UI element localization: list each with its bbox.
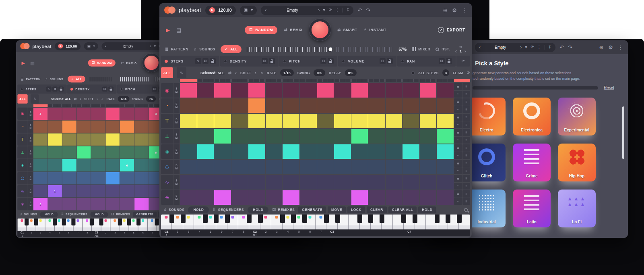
solo-button[interactable]: S xyxy=(173,133,180,136)
step-cell[interactable] xyxy=(180,129,197,144)
step-cell[interactable] xyxy=(48,159,62,171)
step-cell[interactable] xyxy=(300,190,317,205)
step-cell[interactable] xyxy=(62,172,76,184)
black-key[interactable] xyxy=(280,215,285,223)
step-cell[interactable] xyxy=(91,146,105,158)
step-cell[interactable] xyxy=(62,121,76,133)
step-cell[interactable] xyxy=(134,146,149,158)
clear-button[interactable]: CLEAR xyxy=(367,206,387,213)
black-key[interactable] xyxy=(457,215,462,223)
black-key[interactable] xyxy=(324,215,329,223)
step-cell[interactable] xyxy=(386,144,402,159)
play-icon[interactable] xyxy=(209,7,215,13)
step-cell[interactable] xyxy=(437,83,454,98)
step-cell[interactable] xyxy=(180,160,197,174)
step-cell[interactable] xyxy=(351,144,368,159)
mute-button[interactable]: M xyxy=(28,140,33,142)
step-cell[interactable] xyxy=(420,190,437,205)
step-cell[interactable] xyxy=(420,83,437,98)
step-cell[interactable] xyxy=(120,198,134,210)
bpm-value[interactable]: 120.00 xyxy=(66,44,77,48)
favorite-heart-icon[interactable]: ♥ xyxy=(323,8,326,12)
step-cell[interactable] xyxy=(437,144,454,159)
dice-icon[interactable]: ⚄ xyxy=(380,58,386,64)
lock-icon[interactable] xyxy=(58,87,64,92)
note-icon[interactable]: ♫ xyxy=(260,71,263,75)
step-cell[interactable] xyxy=(334,175,351,190)
step-cell[interactable] xyxy=(334,114,351,128)
drag-handle-icon[interactable]: ⠿ xyxy=(462,91,471,98)
preset-prev-button[interactable]: ‹ xyxy=(479,45,481,50)
mute-button[interactable]: M xyxy=(173,167,180,170)
step-cell[interactable] xyxy=(386,175,402,190)
step-cell[interactable] xyxy=(33,121,47,133)
remix-button[interactable]: ⇄ REMIX xyxy=(284,28,303,32)
timeline-cell[interactable] xyxy=(214,79,231,82)
lock-icon[interactable] xyxy=(269,58,275,64)
save-icon[interactable]: ↧ xyxy=(346,8,349,12)
step-cell[interactable] xyxy=(266,144,283,159)
slider-handle[interactable] xyxy=(328,48,332,51)
step-cell[interactable] xyxy=(231,114,248,128)
instant-button[interactable]: ⚡ INSTANT xyxy=(364,28,386,32)
timeline-cell[interactable] xyxy=(77,104,91,107)
record-dot[interactable] xyxy=(21,88,23,91)
settings-gear-icon[interactable]: ⚙ xyxy=(608,45,613,50)
step-cell[interactable] xyxy=(105,198,120,210)
wave-icon[interactable]: ≈ xyxy=(454,152,462,159)
step-cell[interactable] xyxy=(120,108,134,120)
step-cell[interactable] xyxy=(300,129,317,144)
all-steps-tab[interactable]: ALL xyxy=(161,67,173,78)
step-cell[interactable] xyxy=(77,121,91,133)
step-cell[interactable] xyxy=(386,114,402,128)
step-cell[interactable] xyxy=(368,160,385,174)
timeline-cell[interactable] xyxy=(248,79,265,82)
swing-value[interactable]: 0% xyxy=(146,96,156,102)
step-cell[interactable] xyxy=(105,146,120,158)
step-cell[interactable] xyxy=(266,190,283,205)
step-cell[interactable] xyxy=(134,172,149,184)
step-cell[interactable] xyxy=(77,198,91,210)
preset-name[interactable]: Empty xyxy=(109,44,147,48)
shift-right-button[interactable]: › xyxy=(97,97,98,101)
section-density[interactable]: DENSITY⚄ xyxy=(220,56,279,67)
record-dot[interactable] xyxy=(120,88,123,91)
preset-menu-icon[interactable]: ⋮ xyxy=(335,8,339,12)
step-cell[interactable] xyxy=(62,146,76,158)
black-key[interactable] xyxy=(181,215,186,223)
section-steps[interactable]: STEPS✎⚄ xyxy=(17,85,66,94)
step-cell[interactable] xyxy=(197,129,214,144)
mute-button[interactable]: M xyxy=(173,121,180,124)
bpm-value[interactable]: 120.00 xyxy=(218,8,232,12)
solo-button[interactable]: S xyxy=(28,202,33,204)
section-density[interactable]: DENSITY⚄ xyxy=(67,85,116,94)
black-key[interactable] xyxy=(127,219,131,226)
remix-button[interactable]: ⇄ REMIX xyxy=(121,61,137,64)
mixer-button[interactable]: MIXER xyxy=(412,47,430,51)
more-menu-icon[interactable]: ⋮ xyxy=(618,45,623,50)
section-pan[interactable]: PAN⚄ xyxy=(397,56,456,67)
move-button[interactable]: MOVE xyxy=(328,206,346,213)
step-cell[interactable] xyxy=(248,190,265,205)
track-instrument-icon[interactable]: ◉ xyxy=(17,108,27,120)
camera-icon[interactable]: ▣ xyxy=(454,160,462,167)
step-cell[interactable] xyxy=(231,83,248,98)
step-cell[interactable] xyxy=(266,160,283,174)
black-key[interactable] xyxy=(380,215,384,223)
step-cell[interactable] xyxy=(300,83,317,98)
sounds-tab[interactable]: ♫ SOUNDS xyxy=(194,47,215,51)
black-key[interactable] xyxy=(71,219,75,226)
solo-button[interactable]: S xyxy=(173,118,180,121)
black-key[interactable] xyxy=(302,215,307,223)
search-icon[interactable] xyxy=(464,208,468,212)
undo-button[interactable]: ↶ xyxy=(357,8,362,13)
step-cell[interactable] xyxy=(134,133,149,146)
step-cell[interactable] xyxy=(420,175,437,190)
step-cell[interactable] xyxy=(437,129,454,144)
preset-next-button[interactable]: › xyxy=(318,8,320,12)
step-cell[interactable] xyxy=(368,114,385,128)
sounds-tab[interactable]: ♫ SOUNDS xyxy=(45,77,64,81)
solo-button[interactable]: S xyxy=(28,176,33,178)
step-cell[interactable] xyxy=(437,175,454,190)
timeline-cell[interactable] xyxy=(386,79,402,82)
